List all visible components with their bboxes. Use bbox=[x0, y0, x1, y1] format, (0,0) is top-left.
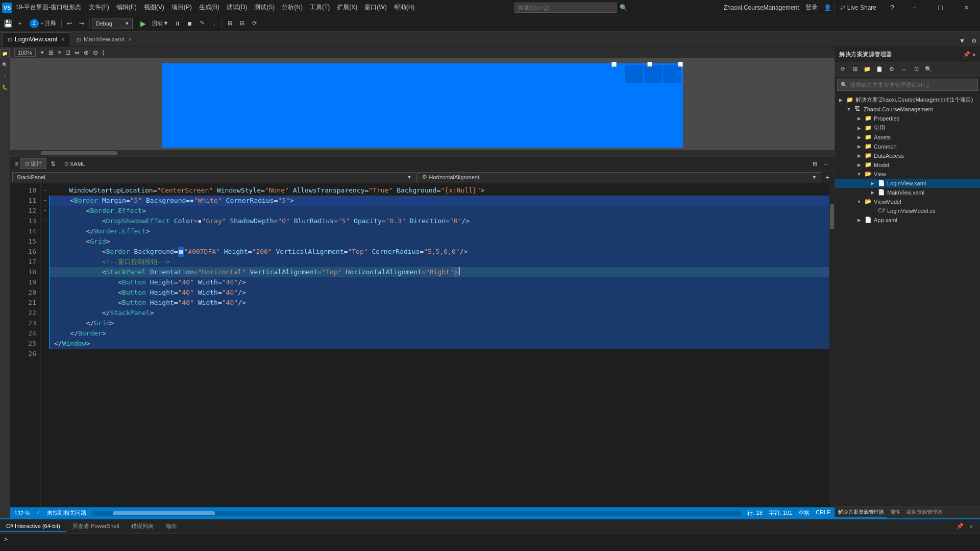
activity-debug2[interactable]: 🐛 bbox=[1, 83, 10, 92]
tree-solution-root[interactable]: ▶ 📁 解决方案'Zhaoxi.CourseManagement'(1个项目) bbox=[835, 95, 980, 105]
search-field[interactable] bbox=[850, 82, 974, 88]
sidebar-btn-4[interactable]: 📋 bbox=[874, 64, 885, 75]
menu-project[interactable]: 项目(P) bbox=[168, 1, 195, 14]
sidebar-btn-8[interactable]: 🔍 bbox=[923, 64, 934, 75]
toolbar-extra3[interactable]: ⟳ bbox=[249, 18, 260, 29]
sidebar-btn-2[interactable]: ⊞ bbox=[849, 64, 861, 75]
rotate-icon[interactable]: ⇅ bbox=[48, 159, 58, 169]
expand-icon-da[interactable]: ▶ bbox=[855, 152, 863, 159]
activity-search[interactable]: 🔍 bbox=[1, 60, 10, 69]
expand-icon-refs[interactable]: ▶ bbox=[855, 125, 863, 132]
tree-item-view[interactable]: ▼ 📂 View bbox=[835, 170, 980, 179]
tab-mainview[interactable]: ⊡ MainView.xaml × bbox=[71, 32, 138, 46]
tree-item-common[interactable]: ▶ 📁 Common bbox=[835, 142, 980, 151]
resize-handle-tl[interactable] bbox=[611, 62, 617, 67]
tab-settings-icon[interactable]: ⚙ bbox=[968, 35, 980, 46]
right-tab-properties[interactable]: 属性 bbox=[887, 507, 903, 518]
bottom-tab-errors[interactable]: 错误列表 bbox=[125, 520, 160, 532]
add-icon[interactable]: + bbox=[14, 18, 26, 29]
expand-icon[interactable]: ⟨ bbox=[102, 49, 105, 56]
expand-icon-view[interactable]: ▼ bbox=[855, 171, 863, 178]
menu-debug[interactable]: 调试(D) bbox=[223, 1, 251, 14]
v-scrollbar-thumb[interactable] bbox=[830, 204, 834, 229]
expand-icon-common[interactable]: ▶ bbox=[855, 143, 863, 150]
expand-icon-app[interactable]: ▶ bbox=[855, 217, 863, 224]
tab-dropdown-icon[interactable]: ▼ bbox=[956, 35, 968, 46]
restore-button[interactable]: □ bbox=[929, 0, 952, 15]
sidebar-btn-5[interactable]: ⚙ bbox=[886, 64, 897, 75]
menu-extensions[interactable]: 扩展(X) bbox=[333, 1, 361, 14]
sidebar-pin-icon[interactable]: 📌 bbox=[963, 51, 971, 58]
tree-item-appxaml[interactable]: ▶ 📄 App.xaml bbox=[835, 215, 980, 225]
list-icon[interactable]: ≡ bbox=[58, 49, 61, 56]
tree-item-loginview[interactable]: ▶ 📄 LoginView.xaml bbox=[835, 179, 980, 188]
tab-mainview-close[interactable]: × bbox=[128, 36, 133, 43]
panel-close-icon[interactable]: × bbox=[967, 522, 976, 531]
preview-scrollbar-thumb[interactable] bbox=[41, 151, 117, 155]
h-scrollbar[interactable] bbox=[92, 511, 741, 516]
right-tab-team[interactable]: 团队资源管理器 bbox=[903, 507, 945, 518]
menu-tools[interactable]: 工具(T) bbox=[306, 1, 333, 14]
preview-icon[interactable]: ⊡ bbox=[65, 49, 70, 56]
code-content[interactable]: WindowStartupLocation="CenterScreen" Win… bbox=[49, 183, 829, 507]
close-button[interactable]: × bbox=[955, 0, 978, 15]
sidebar-btn-7[interactable]: ⊡ bbox=[911, 64, 922, 75]
stop-icon[interactable]: ⏹ bbox=[184, 18, 195, 29]
tree-item-viewmodel[interactable]: ▼ 📂 ViewModel bbox=[835, 197, 980, 206]
tree-item-loginviewmodel[interactable]: C# LoginViewModel.cs bbox=[835, 206, 980, 215]
code-selector-left[interactable]: StackPanel ▼ bbox=[12, 172, 416, 182]
grid-icon[interactable]: ⊞ bbox=[48, 49, 54, 56]
sidebar-search[interactable]: 🔍 bbox=[837, 79, 978, 91]
expand-icon-vm[interactable]: ▼ bbox=[855, 198, 863, 205]
menu-build[interactable]: 生成(B) bbox=[195, 1, 223, 14]
tree-item-properties[interactable]: ▶ 📁 Properties bbox=[835, 114, 980, 123]
tree-item-dataaccess[interactable]: ▶ 📁 DataAccess bbox=[835, 151, 980, 160]
add-code-icon[interactable]: + bbox=[822, 172, 832, 182]
start-btn[interactable]: 启动▼ bbox=[150, 19, 170, 27]
bottom-tab-output[interactable]: 输出 bbox=[160, 520, 183, 532]
signin-button[interactable]: 登录 bbox=[802, 2, 821, 13]
bottom-tab-cs-interactive[interactable]: C# Interactive (64-bit) bbox=[0, 521, 66, 532]
expand-icon-project[interactable]: ▼ bbox=[845, 106, 852, 113]
menu-analyze[interactable]: 分析(N) bbox=[278, 1, 306, 14]
menu-edit[interactable]: 编辑(E) bbox=[113, 1, 140, 14]
preview-scrollbar-track[interactable] bbox=[10, 150, 835, 156]
debug-dropdown[interactable]: Debug ▼ bbox=[92, 18, 133, 29]
tree-item-mainview[interactable]: ▶ 📄 MainView.xaml bbox=[835, 188, 980, 197]
minimize-button[interactable]: − bbox=[903, 0, 926, 15]
toolbar-extra1[interactable]: ⊞ bbox=[224, 18, 235, 29]
question-icon[interactable]: ? bbox=[885, 0, 900, 15]
zoom-in-icon[interactable]: ⊕ bbox=[84, 49, 89, 56]
play-icon[interactable]: ▶ bbox=[137, 18, 149, 29]
menu-file[interactable]: 文件(F) bbox=[85, 1, 112, 14]
h-scrollbar-thumb[interactable] bbox=[113, 511, 215, 515]
sidebar-close-icon[interactable]: × bbox=[972, 52, 976, 58]
activity-explorer[interactable]: 📁 bbox=[1, 49, 10, 58]
tree-item-model[interactable]: ▶ 📁 Model bbox=[835, 160, 980, 170]
search-icon[interactable]: 🔍 bbox=[620, 4, 627, 11]
step-over-icon[interactable]: ↷ bbox=[196, 18, 207, 29]
pause-icon[interactable]: ⏸ bbox=[172, 18, 183, 29]
toolbar-extra2[interactable]: ⊟ bbox=[236, 18, 248, 29]
bottom-tab-powershell[interactable]: 开发者 PowerShell bbox=[66, 520, 126, 532]
zoom-dropdown[interactable]: ▼ bbox=[40, 50, 44, 55]
undo-icon[interactable]: ↩ bbox=[64, 18, 75, 29]
tree-item-assets[interactable]: ▶ 📁 Assets bbox=[835, 133, 980, 142]
menu-help[interactable]: 帮助(H) bbox=[390, 1, 419, 14]
live-share-button[interactable]: ⇄ Live Share bbox=[835, 3, 881, 12]
redo-icon[interactable]: ↪ bbox=[76, 18, 87, 29]
code-selector-right[interactable]: ⚙ HorizontalAlignment ▼ bbox=[418, 172, 822, 182]
menu-window[interactable]: 窗口(W) bbox=[361, 1, 390, 14]
expand-icon-solution[interactable]: ▶ bbox=[837, 97, 844, 104]
panel-collapse-icon[interactable]: ─ bbox=[821, 159, 830, 169]
activity-git[interactable]: ⑂ bbox=[1, 71, 10, 81]
expand-icon-model[interactable]: ▶ bbox=[855, 161, 863, 169]
panel-pin-icon[interactable]: 📌 bbox=[955, 522, 965, 531]
expand-icon-lv[interactable]: ▶ bbox=[869, 180, 876, 187]
panel-expand-icon[interactable]: ⊞ bbox=[810, 159, 819, 169]
v-scrollbar[interactable] bbox=[829, 183, 835, 507]
zoom-out-icon[interactable]: ⊖ bbox=[93, 49, 98, 56]
sidebar-btn-3[interactable]: 📁 bbox=[862, 64, 873, 75]
step-in-icon[interactable]: ↓ bbox=[208, 18, 219, 29]
search-input[interactable] bbox=[514, 3, 617, 13]
